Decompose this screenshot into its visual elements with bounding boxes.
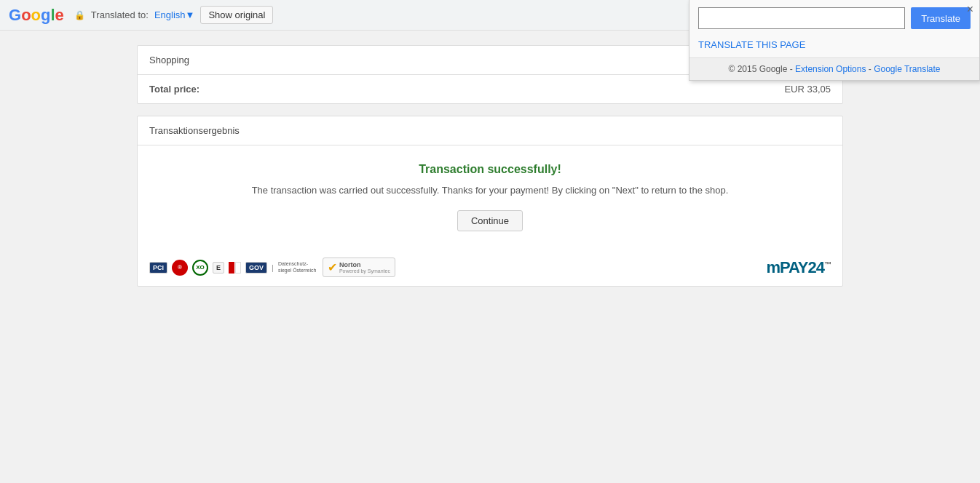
language-selector[interactable]: English▼ [154, 9, 195, 20]
divider: | [272, 263, 274, 272]
show-original-button[interactable]: Show original [200, 6, 273, 24]
footer-badges: PCI ® XO E GOV | Datenschutz­siegel Öste… [138, 249, 842, 286]
mpay24-logo: mPAY24™ [766, 258, 831, 277]
gov-badge: GOV [245, 262, 267, 274]
e-badge: E [213, 262, 224, 274]
shopping-label: Shopping [149, 55, 189, 65]
translated-to-label: Translated to: [91, 9, 149, 20]
norton-checkmark: ✔ [328, 260, 337, 274]
transaction-section: Transaktionsergebnis Transaction success… [137, 116, 843, 287]
norton-sub: Powered by Symantec [339, 268, 390, 274]
red-badge: ® [172, 260, 188, 276]
continue-button[interactable]: Continue [457, 210, 523, 231]
transaction-header: Transaktionsergebnis [138, 116, 842, 145]
norton-badge: ✔ Norton Powered by Symantec [323, 258, 395, 277]
google-logo: Google [9, 6, 64, 25]
transaction-body: Transaction successfully! The transactio… [138, 145, 842, 249]
google-translate-link[interactable]: Google Translate [874, 64, 940, 74]
total-price-value: EUR 33,05 [743, 84, 831, 95]
translate-button[interactable]: Translate [911, 7, 971, 29]
transaction-header-label: Transaktionsergebnis [149, 125, 240, 136]
close-popup-button[interactable]: × [967, 3, 973, 16]
pci-badge: PCI [149, 262, 167, 274]
total-price-label: Total price: [149, 84, 199, 95]
success-title: Transaction successfully! [149, 163, 831, 176]
badges-left: PCI ® XO E GOV | Datenschutz­siegel Öste… [149, 258, 395, 277]
lock-icon: 🔒 [74, 10, 85, 20]
translate-this-page-link[interactable]: TRANSLATE THIS PAGE [689, 36, 979, 57]
success-message: The transaction was carried out successf… [149, 185, 831, 196]
translate-popup-footer: © 2015 Google - Extension Options - Goog… [689, 57, 979, 80]
translate-popup-header: Translate [689, 0, 979, 36]
xo-badge: XO [192, 260, 208, 276]
flag-badge [229, 262, 241, 274]
translate-input[interactable] [698, 7, 905, 29]
translate-popup: × Translate TRANSLATE THIS PAGE © 2015 G… [689, 0, 980, 81]
extension-options-link[interactable]: Extension Options [795, 64, 866, 74]
norton-label: Norton [339, 261, 390, 268]
datenschutz-text: Datenschutz­siegel Österreich [278, 261, 318, 274]
